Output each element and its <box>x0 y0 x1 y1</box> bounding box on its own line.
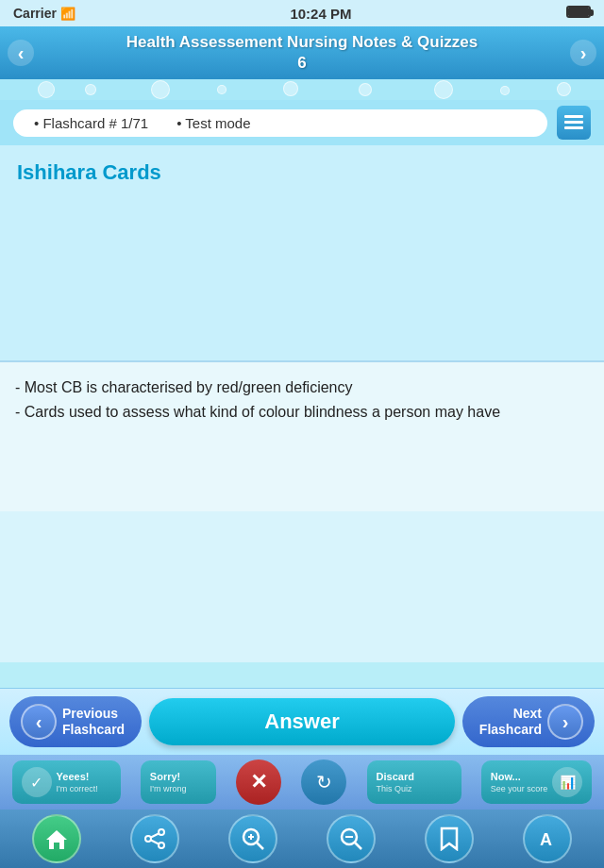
app-header: ‹ Health Assessement Nursing Notes & Qui… <box>0 26 604 79</box>
wrong-x-button[interactable]: ✕ <box>236 760 281 805</box>
discard-refresh-button[interactable]: ↻ <box>301 760 346 805</box>
svg-text:A: A <box>540 830 552 849</box>
next-flashcard-button[interactable]: › NextFlashcard <box>462 696 595 747</box>
previous-flashcard-button[interactable]: ‹ PreviousFlashcard <box>9 696 142 747</box>
flashcard-button-row: ‹ PreviousFlashcard Answer › NextFlashca… <box>0 688 604 755</box>
card-image <box>17 194 587 345</box>
next-arrow-icon: › <box>547 704 583 740</box>
answer-button[interactable]: Answer <box>149 698 455 745</box>
svg-rect-1 <box>564 121 583 124</box>
nav-prev-button[interactable]: ‹ <box>8 40 34 66</box>
zoom-in-button[interactable] <box>228 814 277 863</box>
svg-rect-2 <box>564 126 583 129</box>
svg-point-4 <box>159 829 164 835</box>
correct-label: Yeees! I'm correct! <box>57 771 98 793</box>
icon-row: A <box>0 810 604 868</box>
bottom-controls: ‹ PreviousFlashcard Answer › NextFlashca… <box>0 688 604 868</box>
card-title: Ishihara Cards <box>17 160 587 185</box>
zoom-out-button[interactable] <box>327 814 376 863</box>
share-icon <box>143 827 166 850</box>
bubble-decoration <box>0 79 604 100</box>
answer-area: - Most CB is characterised by red/green … <box>0 360 604 511</box>
answer-text: - Most CB is characterised by red/green … <box>15 376 589 424</box>
battery-icon <box>566 6 591 21</box>
svg-line-7 <box>151 834 159 838</box>
next-label: NextFlashcard <box>479 706 542 738</box>
share-button[interactable] <box>130 814 179 863</box>
nav-next-button[interactable]: › <box>570 40 596 66</box>
status-bar: Carrier 📶 10:24 PM <box>0 0 604 26</box>
wifi-icon: 📶 <box>60 7 76 21</box>
previous-label: PreviousFlashcard <box>62 706 125 738</box>
zoom-in-icon <box>241 826 265 851</box>
flashcard-number-label: • Flashcard # 1/71 <box>34 115 148 131</box>
list-icon <box>564 114 583 131</box>
home-icon <box>44 827 69 850</box>
flashcard-pill: • Flashcard # 1/71 • Test mode <box>13 109 547 137</box>
svg-line-10 <box>257 843 263 849</box>
bookmark-button[interactable] <box>425 814 474 863</box>
score-chart-icon: 📊 <box>552 767 582 797</box>
bookmark-icon <box>439 826 460 851</box>
svg-marker-3 <box>46 830 67 849</box>
svg-point-5 <box>145 836 151 842</box>
time-label: 10:24 PM <box>290 6 351 22</box>
x-icon: ✕ <box>250 770 267 794</box>
content-space <box>0 511 604 662</box>
text-icon: A <box>536 827 559 850</box>
text-button[interactable]: A <box>523 814 572 863</box>
zoom-out-icon <box>339 826 363 851</box>
svg-line-8 <box>151 841 159 844</box>
refresh-icon: ↻ <box>316 771 332 793</box>
svg-point-6 <box>159 843 164 848</box>
score-label: Now... See your score <box>491 771 548 793</box>
discard-label: Discard This Quiz <box>377 771 414 793</box>
flashcard-nav: • Flashcard # 1/71 • Test mode <box>0 100 604 145</box>
wrong-label: Sorry! I'm wrong <box>150 771 187 793</box>
home-button[interactable] <box>32 814 81 863</box>
list-view-button[interactable] <box>557 106 591 140</box>
wrong-button[interactable]: Sorry! I'm wrong <box>141 760 216 804</box>
discard-button[interactable]: Discard This Quiz <box>367 760 461 804</box>
test-mode-label: • Test mode <box>176 115 250 131</box>
action-button-row: ✓ Yeees! I'm correct! Sorry! I'm wrong ✕… <box>0 755 604 810</box>
svg-line-14 <box>355 843 361 849</box>
svg-rect-0 <box>564 115 583 118</box>
card-area: Ishihara Cards <box>0 145 604 360</box>
correct-icon: ✓ <box>22 767 52 797</box>
correct-button[interactable]: ✓ Yeees! I'm correct! <box>12 760 121 804</box>
prev-arrow-icon: ‹ <box>21 704 57 740</box>
score-button[interactable]: Now... See your score 📊 <box>481 760 593 804</box>
carrier-label: Carrier 📶 <box>13 6 76 21</box>
app-title: Health Assessement Nursing Notes & Quizz… <box>126 32 478 74</box>
